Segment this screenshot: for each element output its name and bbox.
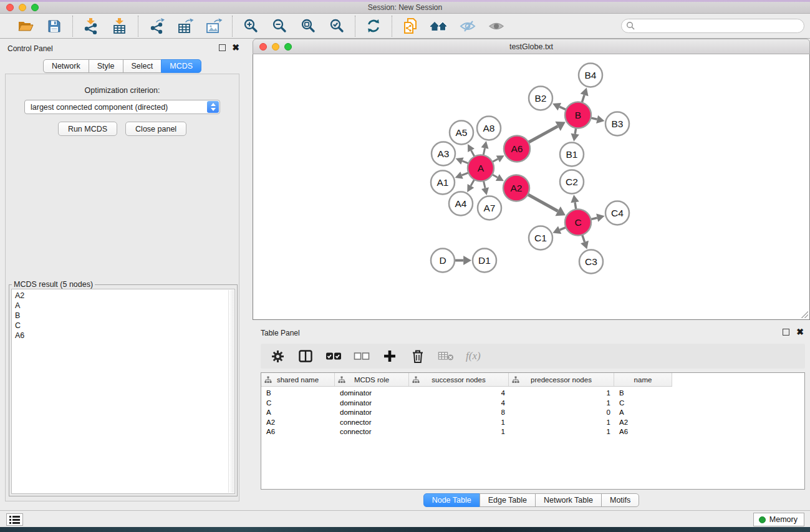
table-cell[interactable]: A2	[261, 418, 335, 428]
result-item[interactable]: A2	[15, 291, 234, 301]
close-table-panel-icon[interactable]: ✖	[796, 329, 804, 336]
table-cell[interactable]: A6	[261, 427, 335, 437]
result-scrollbar[interactable]	[228, 290, 234, 493]
table-cell[interactable]: 4	[409, 399, 509, 409]
table-cell[interactable]: dominator	[335, 399, 409, 409]
node-table[interactable]: shared nameMCDS rolesuccessor nodesprede…	[261, 372, 805, 490]
column-header-MCDS-role[interactable]: MCDS role	[335, 373, 409, 386]
task-history-button[interactable]	[6, 513, 23, 526]
table-cell[interactable]: 1	[509, 427, 614, 437]
open-session-button[interactable]	[13, 16, 38, 37]
result-item[interactable]: C	[15, 321, 234, 331]
memory-button[interactable]: Memory	[753, 513, 804, 526]
table-cell[interactable]: connector	[335, 427, 409, 437]
column-header-successor-nodes[interactable]: successor nodes	[409, 373, 509, 386]
zoom-selected-button[interactable]	[324, 16, 349, 37]
table-cell[interactable]: 0	[509, 408, 614, 418]
tab-network[interactable]: Network	[43, 59, 89, 73]
zoom-out-button[interactable]	[267, 16, 292, 37]
table-row[interactable]: A6connector11A6	[261, 427, 804, 437]
add-row-button[interactable]	[382, 348, 398, 364]
column-header-predecessor-nodes[interactable]: predecessor nodes	[509, 373, 614, 386]
table-settings-button[interactable]	[269, 348, 286, 364]
table-cell[interactable]: dominator	[335, 389, 409, 399]
edge-A2-C[interactable]	[526, 193, 558, 211]
node-label-C2: C2	[566, 177, 578, 187]
tab-node-table[interactable]: Node Table	[423, 493, 480, 507]
table-cell[interactable]: C	[614, 399, 672, 409]
export-image-button[interactable]	[201, 16, 226, 37]
table-row[interactable]: A2connector11A2	[261, 418, 804, 428]
float-panel-icon[interactable]	[219, 44, 226, 51]
table-cell[interactable]: A	[261, 408, 335, 418]
run-mcds-button[interactable]: Run MCDS	[58, 122, 117, 136]
tab-edge-table[interactable]: Edge Table	[480, 493, 536, 507]
table-cell[interactable]: 8	[409, 408, 509, 418]
column-header-shared-name[interactable]: shared name	[261, 373, 335, 386]
mcds-result-fieldset: MCDS result (5 nodes) A2ABCA6	[9, 284, 238, 496]
close-panel-icon[interactable]: ✖	[232, 44, 239, 51]
refresh-button[interactable]	[361, 16, 386, 37]
deselect-all-button[interactable]	[354, 348, 370, 364]
table-cell[interactable]: C	[261, 399, 335, 409]
table-cell[interactable]: 1	[509, 418, 614, 428]
table-cell[interactable]: 1	[409, 418, 509, 428]
table-row[interactable]: Adominator80A	[261, 408, 804, 418]
home-button[interactable]	[427, 16, 451, 37]
table-cell[interactable]: connector	[335, 418, 409, 428]
table-cell[interactable]: B	[261, 389, 335, 399]
table-row[interactable]: Cdominator41C	[261, 399, 804, 409]
zoom-out-icon	[272, 18, 287, 34]
table-cell[interactable]: A6	[614, 427, 672, 437]
search-input[interactable]	[621, 19, 804, 33]
delete-table-button[interactable]	[438, 348, 454, 364]
zoom-in-button[interactable]	[238, 16, 263, 37]
export-table-button[interactable]	[173, 16, 198, 37]
show-columns-button[interactable]	[297, 348, 314, 364]
export-image-icon	[205, 18, 223, 34]
tab-network-table[interactable]: Network Table	[535, 493, 602, 507]
window-controls[interactable]	[6, 4, 39, 11]
tab-style[interactable]: Style	[89, 59, 123, 73]
column-header-name[interactable]: name	[614, 373, 672, 386]
network-window-titlebar[interactable]: testGlobe.txt	[253, 39, 810, 54]
minimize-traffic-light[interactable]	[19, 4, 26, 11]
tab-mcds[interactable]: MCDS	[161, 59, 201, 73]
table-cell[interactable]: B	[614, 389, 672, 399]
save-session-button[interactable]	[42, 16, 67, 37]
result-item[interactable]: A6	[15, 331, 234, 341]
select-all-button[interactable]	[325, 348, 342, 364]
optimization-dropdown[interactable]: largest connected component (directed)	[24, 100, 220, 114]
zoom-fit-button[interactable]	[296, 16, 321, 37]
tab-select[interactable]: Select	[123, 59, 162, 73]
show-all-button[interactable]	[484, 16, 509, 37]
node-label-C3: C3	[585, 256, 597, 267]
tab-motifs[interactable]: Motifs	[601, 493, 639, 507]
result-item[interactable]: A	[15, 301, 234, 311]
node-label-B3: B3	[612, 118, 624, 129]
export-network-button[interactable]	[144, 16, 169, 37]
edge-A6-B[interactable]	[527, 126, 558, 143]
close-panel-button[interactable]: Close panel	[125, 122, 186, 136]
table-cell[interactable]: dominator	[335, 408, 409, 418]
table-cell[interactable]: 1	[409, 427, 509, 437]
network-canvas[interactable]: B4B2BB3A8A5A6A3B1AA1C2A2A4A7C4CC1C3DD1	[253, 54, 810, 320]
trash-icon	[412, 349, 424, 364]
table-cell[interactable]: 1	[509, 399, 614, 409]
delete-row-button[interactable]	[410, 348, 426, 364]
import-table-button[interactable]	[107, 16, 132, 37]
close-traffic-light[interactable]	[6, 4, 14, 11]
result-item[interactable]: B	[15, 311, 234, 321]
table-cell[interactable]: A2	[614, 418, 672, 428]
table-row[interactable]: Bdominator41B	[261, 389, 804, 399]
network-snapshot-button[interactable]	[398, 16, 423, 37]
table-cell[interactable]: A	[614, 408, 672, 418]
hide-selected-button[interactable]	[455, 16, 480, 37]
table-cell[interactable]: 4	[409, 389, 509, 399]
mcds-result-list[interactable]: A2ABCA6	[11, 289, 235, 494]
float-table-panel-icon[interactable]	[783, 329, 789, 336]
table-cell[interactable]: 1	[509, 389, 614, 399]
import-network-button[interactable]	[79, 16, 104, 37]
function-builder-button[interactable]: f(x)	[466, 348, 481, 364]
maximize-traffic-light[interactable]	[31, 4, 39, 11]
